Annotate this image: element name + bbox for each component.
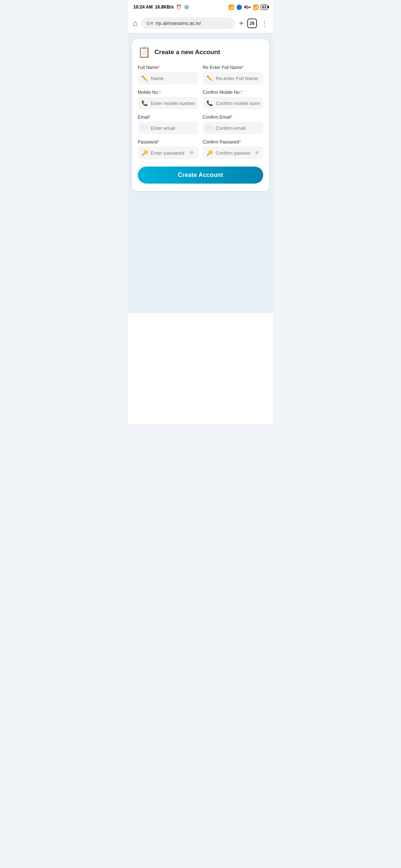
full-name-label: Full Name*: [138, 65, 198, 70]
pencil-icon: ✏️: [141, 75, 148, 81]
status-right: 📶 🔵 4G+ 📶 63: [228, 4, 268, 10]
signal-icon: 📶: [253, 4, 259, 10]
settings-icon: ⚙️: [184, 4, 189, 10]
confirm-password-input-wrap: 🔑 👁: [203, 147, 263, 159]
phone-icon-2: 📞: [206, 100, 213, 106]
password-toggle-eye-icon[interactable]: 👁: [189, 150, 195, 156]
url-icon: ⊙≡: [146, 20, 153, 26]
alarm-icon: ⏰: [176, 4, 182, 10]
email-icon-2: ✉️: [206, 125, 213, 131]
registration-form-card: 📋 Create a new Account Full Name* ✏️ Re …: [132, 39, 269, 191]
confirm-password-input[interactable]: [216, 150, 260, 156]
time-display: 10:24 AM: [133, 4, 153, 10]
confirm-email-label: Confirm Email*: [203, 115, 263, 120]
re-enter-full-name-input-wrap: ✏️: [203, 72, 263, 85]
confirm-password-field-group: Confirm Password* 🔑 👁: [203, 139, 263, 159]
mobile-no-input-wrap: 📞: [138, 97, 198, 109]
form-grid: Full Name* ✏️ Re Enter Full Name* ✏️: [138, 65, 263, 159]
confirm-password-toggle-eye-icon[interactable]: 👁: [254, 150, 260, 156]
re-enter-full-name-input[interactable]: [216, 76, 260, 81]
email-label: Email*: [138, 115, 198, 120]
mobile-no-field-group: Mobile No.* 📞: [138, 90, 198, 109]
confirm-email-input-wrap: ✉️: [203, 122, 263, 134]
form-title-icon: 📋: [138, 46, 151, 58]
main-content: 📋 Create a new Account Full Name* ✏️ Re …: [128, 33, 273, 313]
bottom-area: [128, 313, 273, 424]
phone-icon: 📞: [141, 100, 148, 106]
full-name-input[interactable]: [151, 76, 195, 81]
more-menu-button[interactable]: ⋮: [261, 19, 268, 28]
browser-bar: ⌂ ⊙≡ rrp.aiimsexams.ac.in/ + 26 ⋮: [128, 13, 273, 33]
network-speed: 16.8KB/s: [155, 4, 174, 10]
url-text: rrp.aiimsexams.ac.in/: [156, 20, 201, 26]
full-name-input-wrap: ✏️: [138, 72, 198, 85]
password-input-wrap: 🔑 👁: [138, 147, 198, 159]
email-icon: ✉️: [141, 125, 148, 131]
confirm-password-label: Confirm Password*: [203, 139, 263, 145]
create-account-button[interactable]: Create Account: [138, 167, 263, 184]
confirm-email-field-group: Confirm Email* ✉️: [203, 115, 263, 134]
new-tab-button[interactable]: +: [239, 19, 244, 28]
confirm-mobile-no-input-wrap: 📞: [203, 97, 263, 109]
password-field-group: Password* 🔑 👁: [138, 139, 198, 159]
key-icon-2: 🔑: [206, 150, 213, 156]
wifi-icon: 📶: [228, 4, 234, 10]
email-field-group: Email* ✉️: [138, 115, 198, 134]
email-input[interactable]: [151, 125, 195, 131]
confirm-mobile-no-input[interactable]: [216, 101, 260, 106]
email-input-wrap: ✉️: [138, 122, 198, 134]
password-label: Password*: [138, 139, 198, 145]
key-icon: 🔑: [141, 150, 148, 156]
re-enter-full-name-field-group: Re Enter Full Name* ✏️: [203, 65, 263, 85]
home-icon[interactable]: ⌂: [133, 19, 137, 28]
full-name-field-group: Full Name* ✏️: [138, 65, 198, 85]
confirm-mobile-no-label: Confirm Mobile No.*: [203, 90, 263, 95]
re-enter-full-name-label: Re Enter Full Name*: [203, 65, 263, 70]
form-title: Create a new Account: [154, 49, 220, 56]
url-bar[interactable]: ⊙≡ rrp.aiimsexams.ac.in/: [141, 17, 235, 29]
mobile-no-input[interactable]: [151, 101, 195, 106]
pencil-icon-2: ✏️: [206, 75, 213, 81]
status-bar: 10:24 AM 16.8KB/s ⏰ ⚙️ 📶 🔵 4G+ 📶 63: [128, 0, 273, 13]
network-type: 4G+: [244, 5, 251, 9]
form-title-row: 📋 Create a new Account: [138, 46, 263, 58]
password-input[interactable]: [151, 150, 195, 156]
status-left: 10:24 AM 16.8KB/s ⏰ ⚙️: [133, 4, 189, 10]
confirm-mobile-no-field-group: Confirm Mobile No.* 📞: [203, 90, 263, 109]
confirm-email-input[interactable]: [216, 125, 260, 131]
bluetooth-icon: 🔵: [236, 4, 242, 10]
battery-indicator: 63: [261, 4, 268, 10]
tabs-count-badge[interactable]: 26: [247, 19, 257, 28]
mobile-no-label: Mobile No.*: [138, 90, 198, 95]
